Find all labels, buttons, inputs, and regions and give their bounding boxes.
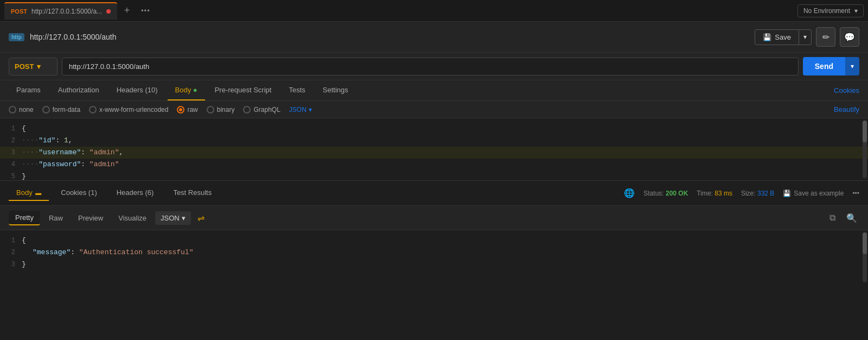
- size-value: 332 B: [757, 190, 774, 197]
- code-line-2: 2 ····"id": 1,: [0, 135, 868, 147]
- response-tab-test-results[interactable]: Test Results: [165, 185, 219, 201]
- scrollbar-thumb: [863, 121, 867, 142]
- code-line-5: 5 }: [0, 171, 868, 181]
- tab-body[interactable]: Body ●: [168, 80, 205, 100]
- resp-scrollbar-thumb: [863, 232, 867, 254]
- response-tab-headers[interactable]: Headers (6): [109, 185, 162, 201]
- json-label: JSON: [289, 106, 307, 114]
- radio-urlencoded: [89, 106, 97, 114]
- more-options-button[interactable]: •••: [852, 190, 859, 197]
- request-body-editor[interactable]: 1 { 2 ····"id": 1, 3 ····"username": "ad…: [0, 118, 868, 181]
- radio-raw: [177, 106, 184, 114]
- save-example-label: Save as example: [794, 190, 844, 197]
- edit-button[interactable]: ✏: [816, 27, 835, 47]
- option-binary[interactable]: binary: [207, 106, 235, 114]
- body-active-indicator: ▬: [35, 190, 41, 196]
- json-format-selector[interactable]: JSON ▾: [155, 211, 191, 225]
- tab-authorization[interactable]: Authorization: [50, 80, 107, 100]
- filter-icon[interactable]: ⇌: [193, 211, 209, 225]
- radio-binary: [207, 106, 214, 114]
- json-format-caret: ▾: [182, 214, 186, 222]
- globe-icon: 🌐: [624, 188, 635, 198]
- resp-line-3: 3 }: [0, 259, 868, 270]
- format-tab-pretty[interactable]: Pretty: [9, 211, 40, 225]
- response-tab-cookies[interactable]: Cookies (1): [53, 185, 104, 201]
- time-value: 83 ms: [714, 190, 732, 197]
- resp-line-1: 1 {: [0, 235, 868, 247]
- resp-line-2: 2 "message": "Authentication successful": [0, 247, 868, 259]
- environment-caret: ▾: [854, 7, 858, 15]
- save-label: Save: [775, 33, 791, 41]
- option-urlencoded[interactable]: x-www-form-urlencoded: [89, 106, 168, 114]
- send-button[interactable]: Send: [803, 57, 845, 75]
- tab-more-button[interactable]: •••: [137, 4, 155, 17]
- radio-form-data: [42, 106, 50, 114]
- json-caret-icon: ▾: [309, 106, 312, 114]
- send-button-group: Send ▾: [803, 57, 859, 75]
- environment-label: No Environment: [803, 7, 850, 15]
- option-raw[interactable]: raw: [177, 106, 197, 114]
- size-label: Size:: [741, 190, 756, 197]
- code-line-1: 1 {: [0, 123, 868, 135]
- format-tab-visualize[interactable]: Visualize: [112, 211, 153, 225]
- body-options-row: none form-data x-www-form-urlencoded raw…: [0, 101, 868, 118]
- environment-selector[interactable]: No Environment ▾: [797, 4, 864, 17]
- method-caret: ▾: [37, 62, 41, 71]
- request-tabs-row: Params Authorization Headers (10) Body ●…: [0, 80, 868, 101]
- save-as-example-button[interactable]: 💾 Save as example: [783, 190, 844, 197]
- tab-bar: POST http://127.0.0.1:5000/a... + ••• No…: [0, 0, 868, 22]
- option-form-data[interactable]: form-data: [42, 106, 80, 114]
- tab-headers[interactable]: Headers (10): [109, 80, 165, 100]
- response-body-viewer: 1 { 2 "message": "Authentication success…: [0, 230, 868, 285]
- pencil-icon: ✏: [822, 32, 829, 42]
- method-selector[interactable]: POST ▾: [9, 58, 58, 75]
- save-button[interactable]: 💾 Save: [755, 29, 799, 45]
- editor-scrollbar[interactable]: [863, 121, 867, 178]
- radio-none: [9, 106, 16, 114]
- search-button[interactable]: 🔍: [844, 210, 859, 225]
- tab-close-dot[interactable]: [106, 9, 111, 14]
- http-badge: http: [9, 33, 24, 41]
- save-caret-button[interactable]: ▾: [799, 29, 812, 45]
- tab-prerequest[interactable]: Pre-request Script: [207, 80, 279, 100]
- url-bar-row: http http://127.0.0.1:5000/auth 💾 Save ▾…: [0, 22, 868, 53]
- format-actions: ⧉ 🔍: [825, 210, 859, 225]
- option-graphql[interactable]: GraphQL: [243, 106, 280, 114]
- json-format-label: JSON: [161, 214, 180, 222]
- url-display: http://127.0.0.1:5000/auth: [30, 33, 749, 41]
- format-tabs-row: Pretty Raw Preview Visualize JSON ▾ ⇌ ⧉ …: [0, 206, 868, 230]
- tab-params[interactable]: Params: [9, 80, 48, 100]
- response-tab-body[interactable]: Body ▬: [9, 185, 49, 201]
- response-header: Body ▬ Cookies (1) Headers (6) Test Resu…: [0, 181, 868, 206]
- comment-button[interactable]: 💬: [840, 27, 859, 47]
- time-label: Time:: [697, 190, 713, 197]
- send-caret-button[interactable]: ▾: [845, 57, 859, 75]
- new-tab-button[interactable]: +: [119, 3, 135, 18]
- comment-icon: 💬: [844, 32, 855, 42]
- format-tab-raw[interactable]: Raw: [42, 211, 69, 225]
- beautify-button[interactable]: Beautify: [834, 105, 859, 114]
- option-none[interactable]: none: [9, 106, 34, 114]
- url-bar-actions: 💾 Save ▾ ✏ 💬: [755, 27, 859, 47]
- cookies-link[interactable]: Cookies: [834, 81, 859, 100]
- request-row: POST ▾ Send ▾: [0, 53, 868, 80]
- copy-button[interactable]: ⧉: [825, 210, 840, 225]
- tab-tests[interactable]: Tests: [281, 80, 312, 100]
- format-tab-preview[interactable]: Preview: [72, 211, 110, 225]
- code-line-4: 4 ····"password": "admin": [0, 159, 868, 171]
- json-type-selector[interactable]: JSON ▾: [289, 106, 312, 114]
- tab-url: http://127.0.0.1:5000/a...: [31, 8, 102, 15]
- save-button-group: 💾 Save ▾: [755, 29, 812, 45]
- status-value: 200 OK: [666, 190, 688, 197]
- response-scrollbar[interactable]: [863, 232, 867, 282]
- response-status-bar: 🌐 Status: 200 OK Time: 83 ms Size: 332 B…: [624, 188, 859, 198]
- tab-settings[interactable]: Settings: [315, 80, 356, 100]
- active-tab[interactable]: POST http://127.0.0.1:5000/a...: [4, 2, 117, 20]
- status-label: Status:: [643, 190, 663, 197]
- save-icon: 💾: [763, 33, 771, 41]
- code-line-3: 3 ····"username": "admin",: [0, 147, 868, 159]
- url-input[interactable]: [62, 58, 799, 75]
- tab-method: POST: [11, 8, 27, 15]
- save-icon: 💾: [783, 190, 791, 197]
- radio-graphql: [243, 106, 251, 114]
